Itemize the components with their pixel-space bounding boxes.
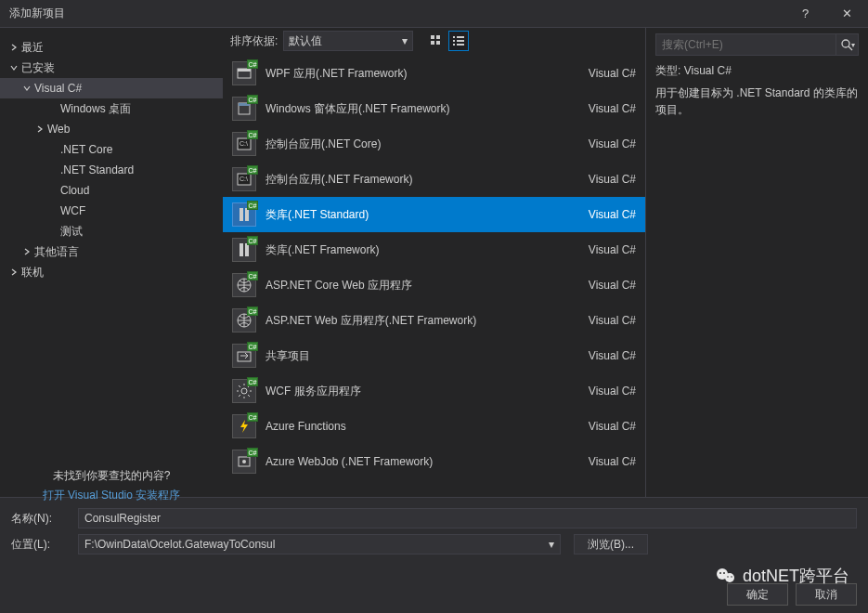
template-name: Azure Functions bbox=[266, 420, 579, 433]
view-list-button[interactable] bbox=[448, 31, 469, 51]
template-row[interactable]: C#WCF 服务应用程序Visual C# bbox=[223, 373, 645, 409]
template-name: 类库(.NET Framework) bbox=[266, 242, 579, 258]
template-lang: Visual C# bbox=[589, 385, 636, 398]
template-icon: C# bbox=[232, 61, 256, 85]
tree-arrow-icon bbox=[46, 103, 58, 115]
name-input[interactable]: ConsulRegister bbox=[78, 508, 857, 528]
location-input[interactable]: F:\OwinData\Ocelot.GatewayToConsul ▾ bbox=[78, 534, 561, 554]
template-row[interactable]: C:\C#控制台应用(.NET Core)Visual C# bbox=[223, 126, 645, 162]
template-row[interactable]: C#ASP.NET Web 应用程序(.NET Framework)Visual… bbox=[223, 303, 645, 338]
template-name: WPF 应用(.NET Framework) bbox=[266, 66, 579, 82]
csharp-badge-icon: C# bbox=[247, 306, 258, 316]
svg-text:C:\: C:\ bbox=[240, 140, 248, 147]
tree-item-8[interactable]: WCF bbox=[0, 201, 223, 221]
template-row[interactable]: C#Windows 窗体应用(.NET Framework)Visual C# bbox=[223, 91, 645, 126]
template-lang: Visual C# bbox=[589, 173, 636, 186]
template-name: ASP.NET Web 应用程序(.NET Framework) bbox=[266, 313, 579, 329]
tree-item-1[interactable]: 已安装 bbox=[0, 58, 223, 78]
tree-item-4[interactable]: Web bbox=[0, 119, 223, 139]
csharp-badge-icon: C# bbox=[247, 342, 258, 351]
template-row[interactable]: C#WPF 应用(.NET Framework)Visual C# bbox=[223, 56, 645, 91]
svg-rect-5 bbox=[457, 36, 464, 38]
tree-item-9[interactable]: 测试 bbox=[0, 221, 223, 241]
svg-rect-2 bbox=[436, 35, 440, 39]
template-row[interactable]: C#类库(.NET Framework)Visual C# bbox=[223, 232, 645, 267]
close-button[interactable]: ✕ bbox=[826, 0, 868, 28]
tree-label: 已安装 bbox=[19, 60, 55, 76]
sort-dropdown[interactable]: 默认值 ▾ bbox=[283, 31, 413, 51]
tree-item-5[interactable]: .NET Core bbox=[0, 139, 223, 160]
svg-rect-24 bbox=[238, 352, 251, 361]
svg-point-27 bbox=[242, 460, 246, 463]
template-row[interactable]: C#Azure WebJob (.NET Framework)Visual C# bbox=[223, 444, 645, 479]
tree-arrow-icon bbox=[7, 62, 19, 74]
svg-rect-21 bbox=[245, 243, 249, 256]
template-icon: C# bbox=[232, 273, 256, 297]
template-icon: C:\C# bbox=[232, 132, 256, 156]
type-line: 类型: Visual C# bbox=[655, 63, 859, 79]
template-row[interactable]: C#共享项目Visual C# bbox=[223, 338, 645, 373]
tree-item-2[interactable]: Visual C# bbox=[0, 78, 223, 98]
tree-arrow-icon bbox=[7, 42, 19, 54]
sort-label: 排序依据: bbox=[230, 33, 278, 49]
chevron-down-icon: ▾ bbox=[402, 34, 408, 47]
chevron-down-icon: ▾ bbox=[549, 538, 554, 551]
template-lang: Visual C# bbox=[589, 314, 636, 327]
tree-arrow-icon bbox=[20, 83, 32, 95]
window-title: 添加新项目 bbox=[9, 6, 784, 21]
tree-item-7[interactable]: Cloud bbox=[0, 180, 223, 201]
search-input[interactable] bbox=[656, 38, 836, 51]
tree-arrow-icon bbox=[46, 185, 58, 197]
svg-rect-11 bbox=[238, 69, 251, 72]
template-row[interactable]: C:\C#控制台应用(.NET Framework)Visual C# bbox=[223, 162, 645, 197]
svg-point-28 bbox=[842, 40, 849, 47]
template-name: 共享项目 bbox=[266, 348, 579, 364]
svg-point-25 bbox=[241, 388, 247, 394]
tree-item-6[interactable]: .NET Standard bbox=[0, 160, 223, 180]
csharp-badge-icon: C# bbox=[247, 377, 258, 386]
tree-item-3[interactable]: Windows 桌面 bbox=[0, 98, 223, 119]
tree-arrow-icon bbox=[46, 144, 58, 156]
svg-rect-7 bbox=[457, 40, 464, 42]
template-row[interactable]: C#ASP.NET Core Web 应用程序Visual C# bbox=[223, 267, 645, 303]
category-tree: 最近已安装Visual C#Windows 桌面Web.NET Core.NET… bbox=[0, 28, 223, 497]
tree-label: 测试 bbox=[58, 224, 83, 240]
svg-rect-4 bbox=[453, 36, 455, 38]
dialog-footer: 确定 取消 bbox=[0, 563, 868, 613]
template-icon: C# bbox=[232, 308, 256, 333]
template-icon: C# bbox=[232, 97, 256, 121]
template-icon: C# bbox=[232, 202, 256, 227]
search-button[interactable]: ▾ bbox=[836, 34, 858, 55]
template-icon: C# bbox=[232, 238, 256, 262]
open-installer-link[interactable]: 打开 Visual Studio 安装程序 bbox=[0, 488, 223, 503]
details-pane: ▾ 类型: Visual C# 用于创建目标为 .NET Standard 的类… bbox=[645, 28, 868, 497]
cancel-button[interactable]: 取消 bbox=[796, 583, 857, 606]
template-lang: Visual C# bbox=[589, 279, 636, 292]
tree-label: Visual C# bbox=[32, 82, 82, 95]
tree-item-0[interactable]: 最近 bbox=[0, 37, 223, 58]
template-icon: C# bbox=[232, 344, 256, 368]
help-button[interactable]: ? bbox=[784, 0, 826, 28]
tree-label: .NET Core bbox=[58, 143, 112, 156]
svg-rect-1 bbox=[431, 41, 434, 45]
template-description: 用于创建目标为 .NET Standard 的类库的项目。 bbox=[655, 85, 859, 118]
tree-item-11[interactable]: 联机 bbox=[0, 262, 223, 282]
titlebar: 添加新项目 ? ✕ bbox=[0, 0, 868, 28]
template-name: Windows 窗体应用(.NET Framework) bbox=[266, 101, 579, 117]
template-name: WCF 服务应用程序 bbox=[266, 384, 579, 399]
template-row[interactable]: C#Azure FunctionsVisual C# bbox=[223, 409, 645, 444]
browse-button[interactable]: 浏览(B)... bbox=[574, 534, 648, 554]
view-grid-button[interactable] bbox=[426, 31, 447, 51]
ok-button[interactable]: 确定 bbox=[727, 583, 788, 606]
tree-label: .NET Standard bbox=[58, 163, 134, 176]
svg-text:C:\: C:\ bbox=[240, 176, 248, 182]
template-row[interactable]: C#类库(.NET Standard)Visual C# bbox=[223, 197, 645, 232]
svg-rect-0 bbox=[431, 35, 434, 39]
svg-rect-3 bbox=[436, 41, 440, 45]
tree-item-10[interactable]: 其他语言 bbox=[0, 241, 223, 262]
template-lang: Visual C# bbox=[589, 102, 636, 115]
template-list: C#WPF 应用(.NET Framework)Visual C#C#Windo… bbox=[223, 54, 645, 497]
svg-rect-8 bbox=[453, 44, 455, 46]
template-lang: Visual C# bbox=[589, 67, 636, 80]
template-name: ASP.NET Core Web 应用程序 bbox=[266, 278, 579, 293]
